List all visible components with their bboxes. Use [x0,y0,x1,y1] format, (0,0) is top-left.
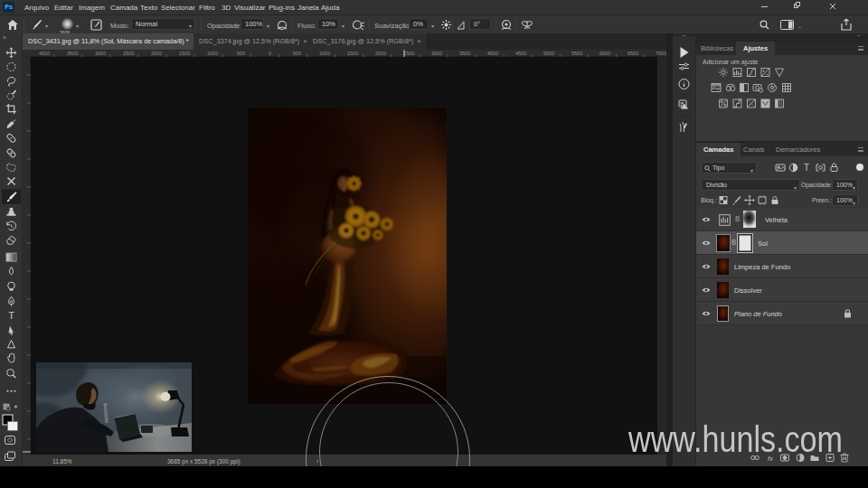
svg-text:T: T [804,163,809,173]
svg-text:2500: 2500 [123,51,134,56]
svg-text:1500: 1500 [179,51,190,56]
svg-text:500: 500 [237,51,245,56]
svg-text:5500: 5500 [571,51,582,56]
svg-text:0: 0 [269,51,271,56]
svg-text:3000: 3000 [431,51,442,56]
svg-text:3500: 3500 [459,51,470,56]
svg-text:2500: 2500 [403,51,414,56]
svg-text:2000: 2000 [375,51,386,56]
svg-text:5000: 5000 [543,51,554,56]
svg-text:3000: 3000 [95,51,106,56]
svg-text:4500: 4500 [515,51,526,56]
svg-text:500: 500 [293,51,301,56]
svg-text:6000: 6000 [599,51,610,56]
svg-text:7000: 7000 [656,51,666,56]
svg-text:T: T [8,310,14,321]
svg-text:4000: 4000 [39,51,50,56]
svg-text:4000: 4000 [487,51,498,56]
svg-text:3500: 3500 [67,51,78,56]
svg-text:1500: 1500 [347,51,358,56]
svg-text:B: B [681,101,684,107]
svg-text:6500: 6500 [627,51,638,56]
svg-text:2000: 2000 [151,51,162,56]
svg-text:1000: 1000 [207,51,218,56]
svg-text:1000: 1000 [319,51,330,56]
